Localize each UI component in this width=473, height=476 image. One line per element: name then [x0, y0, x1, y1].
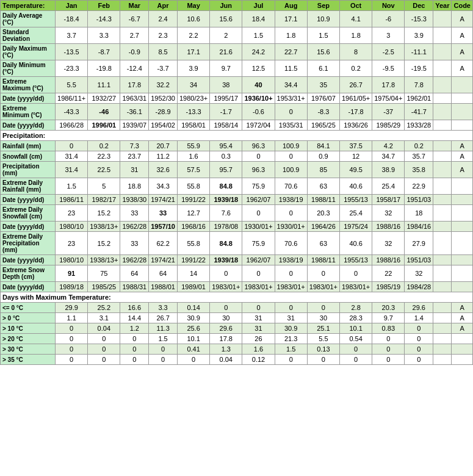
table-cell: 70.6	[275, 178, 307, 195]
table-cell: 21.6	[210, 44, 242, 60]
table-cell: 27.9	[405, 232, 433, 255]
table-cell: 23.7	[120, 151, 149, 162]
row-header: Date (yyyy/dd)	[1, 195, 56, 205]
table-cell: 1958/17	[372, 195, 405, 205]
table-cell: 1988/11	[307, 195, 339, 205]
table-cell: 1.8	[340, 27, 372, 44]
table-cell: 1.5	[275, 344, 307, 355]
table-cell	[433, 60, 452, 77]
table-cell: 1991/22	[177, 255, 209, 265]
table-cell: 31	[242, 313, 275, 323]
table-cell	[433, 232, 452, 255]
table-cell	[433, 222, 452, 232]
table-cell: 1.4	[405, 313, 433, 323]
table-cell: 1983/01+	[242, 282, 275, 292]
table-cell	[433, 205, 452, 222]
table-cell	[433, 93, 452, 104]
row-header: Snowfall (cm)	[1, 151, 56, 162]
table-cell: -1.7	[210, 104, 242, 120]
table-cell: 1983/01+	[340, 282, 372, 292]
table-cell: 75.9	[242, 178, 275, 195]
table-cell: 100.9	[275, 162, 307, 178]
table-cell: 1.2	[120, 323, 149, 334]
table-cell: 1938/13+	[88, 222, 120, 232]
table-cell: -8.7	[88, 44, 120, 60]
table-cell: 1936/26	[340, 120, 372, 131]
table-cell: 1962/28	[120, 222, 149, 232]
table-cell: 11.2	[149, 151, 178, 162]
table-cell: 91	[56, 265, 88, 282]
table-cell: 3.9	[177, 60, 209, 77]
table-cell: 0	[275, 355, 307, 365]
col-aug: Aug	[275, 1, 307, 11]
table-cell: 1939/18	[210, 255, 242, 265]
table-cell: 1966/28	[56, 120, 88, 131]
table-cell: 7.8	[405, 77, 433, 93]
col-code: Code	[452, 1, 473, 11]
table-cell: 1958/01	[177, 120, 209, 131]
table-cell: 0	[149, 355, 178, 365]
table-cell: -37	[372, 104, 405, 120]
table-cell: 1951/03	[405, 195, 433, 205]
table-cell: 32	[372, 232, 405, 255]
table-cell: 3.1	[88, 313, 120, 323]
table-cell: 29.6	[405, 303, 433, 313]
table-cell	[452, 334, 473, 344]
table-cell: 14	[177, 265, 209, 282]
table-cell: 84.8	[210, 178, 242, 195]
table-cell: 0	[307, 355, 339, 365]
table-cell: 16.6	[120, 303, 149, 313]
table-cell: 6.1	[307, 60, 339, 77]
table-cell	[433, 195, 452, 205]
row-header: Daily Average (°C)	[1, 11, 56, 27]
table-cell: 37.5	[340, 141, 372, 151]
table-cell: 0	[149, 344, 178, 355]
table-cell: 0.2	[405, 141, 433, 151]
table-cell: -12.4	[120, 60, 149, 77]
table-cell: 31.4	[56, 162, 88, 178]
table-cell: 95.4	[210, 141, 242, 151]
table-cell: 3	[372, 27, 405, 44]
table-cell: 0	[88, 334, 120, 344]
table-cell: 0	[405, 334, 433, 344]
table-cell: 1988/16	[372, 255, 405, 265]
table-cell: A	[452, 313, 473, 323]
table-cell: 1974/21	[149, 255, 178, 265]
table-cell: 96.3	[242, 141, 275, 151]
table-cell	[452, 344, 473, 355]
table-cell: 2.3	[149, 27, 178, 44]
table-cell	[433, 344, 452, 355]
row-header: > 10 °C	[1, 323, 56, 334]
table-cell: 1983/01+	[307, 282, 339, 292]
col-oct: Oct	[340, 1, 372, 11]
table-cell: 1930/01+	[275, 222, 307, 232]
table-cell: 30.9	[275, 323, 307, 334]
row-header: > 20 °C	[1, 334, 56, 344]
table-cell: 22.9	[405, 178, 433, 195]
table-cell: 0	[307, 265, 339, 282]
table-cell: 1965/25	[307, 120, 339, 131]
table-cell: -0.6	[242, 104, 275, 120]
row-header: Extreme Snow Depth (cm)	[1, 265, 56, 282]
table-cell: 30.9	[177, 313, 209, 323]
table-cell: 84.8	[210, 232, 242, 255]
table-cell: 0.2	[88, 141, 120, 151]
table-cell: 22.5	[88, 162, 120, 178]
table-cell: -2.5	[372, 44, 405, 60]
table-cell: 35.8	[405, 162, 433, 178]
table-cell: 1.5	[149, 334, 178, 344]
table-cell: 17.8	[372, 77, 405, 93]
table-cell: 0	[120, 355, 149, 365]
table-cell: 5.5	[56, 77, 88, 93]
table-cell: 0	[177, 355, 209, 365]
table-cell: 0.83	[372, 323, 405, 334]
table-cell: 1984/28	[405, 282, 433, 292]
table-cell: 95.7	[210, 162, 242, 178]
table-cell: A	[452, 303, 473, 313]
table-cell: 1985/19	[372, 282, 405, 292]
table-cell	[433, 178, 452, 195]
table-cell: 1.1	[56, 313, 88, 323]
table-cell: 34.7	[372, 151, 405, 162]
col-jul: Jul	[242, 1, 275, 11]
table-cell: 1962/07	[242, 195, 275, 205]
